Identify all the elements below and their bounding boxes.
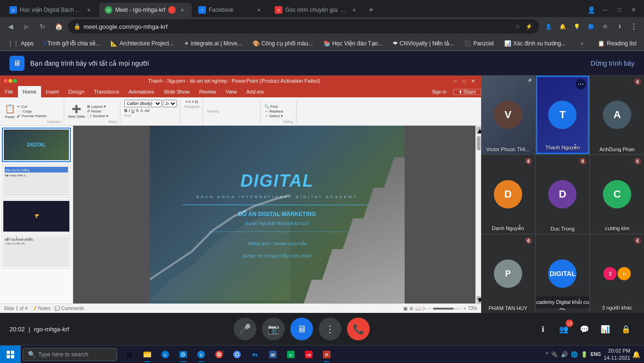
select-btn[interactable]: → Select ▾ [264,114,283,118]
scrollbar-thumb[interactable] [477,136,481,150]
pp-zoom-out[interactable]: − [428,306,431,311]
tab-4-close[interactable]: ✕ [350,6,358,14]
participants-button[interactable]: 👥 13 [555,320,572,337]
bookmark-trinh[interactable]: f Trình gở lỗi chia sẻ... [40,39,104,48]
taskbar-app-word[interactable]: W [264,346,281,363]
pp-tab-transitions[interactable]: Transitions [89,86,124,97]
underline-btn[interactable]: U [131,108,135,113]
pp-tab-animations[interactable]: Animations [124,86,159,97]
pp-close[interactable]: ✕ [469,78,477,84]
security-button[interactable]: 🔒 [618,320,635,337]
tab-1-close[interactable]: ✕ [85,6,93,14]
paste-btn[interactable]: 📋 Paste [5,104,15,119]
pp-tab-slideshow[interactable]: Slide Show [159,86,195,97]
info-button[interactable]: ℹ [534,320,551,337]
extension-1[interactable]: 🔔 [556,20,569,33]
chat-button[interactable]: 💬 [576,320,593,337]
align-left-btn[interactable]: ≡ [186,100,188,104]
forward-button[interactable]: ▶ [20,20,33,33]
bookmark-panzoid[interactable]: ⬛ Panzoid [460,39,497,48]
taskbar-app-outlook[interactable]: O [175,346,192,363]
taskview-button[interactable]: ⊞ [121,346,138,363]
bookmark-icon[interactable]: ☆ [513,22,522,31]
reload-button[interactable]: ↻ [36,20,49,33]
pp-minimize[interactable]: ─ [451,78,459,84]
format-btn[interactable]: 🖌 Format Painter [17,114,47,118]
pp-scrollbar-v[interactable]: ▲ ▼ [475,126,481,303]
bookmark-xac-dinh[interactable]: 📊 Xác định xu hướng... [500,39,569,48]
font-size-select[interactable]: 24 [163,100,177,107]
downloads-button[interactable]: ⬇ [613,20,626,33]
new-tab-button[interactable]: + [364,3,378,17]
participant-tile-pham[interactable]: P 🔇 PHAM TAN HUY [481,234,535,313]
pp-signin[interactable]: Sign in [427,89,451,95]
pp-comments-btn[interactable]: 💬 Comments [54,306,84,311]
taskbar-app-ps[interactable]: Ps [246,346,263,363]
profile-button[interactable]: 👤 [542,20,555,33]
pp-share[interactable]: ⬆ Share [453,89,481,95]
participant-tile-danh[interactable]: D 🔇 Danh Nguyễn [481,155,535,233]
time-block[interactable]: 20:02 PM 14-11-2021 [604,347,630,361]
pp-normal-view[interactable]: ▣ [403,306,407,311]
address-box[interactable]: 🔒 meet.google.com/rgo-mhga-krf ☆ ⚡ [68,19,539,34]
taskbar-app-powerpoint[interactable]: P [318,346,335,363]
lang-indicator[interactable]: ENG [590,351,602,358]
scrollbar-up[interactable]: ▲ [476,127,481,134]
tab-2[interactable]: M Meet - rgo-mhga-krf ✕ [99,3,192,17]
extension-2[interactable]: 💡 [570,20,584,33]
bookmarks-more[interactable]: » [577,39,586,48]
notification-button[interactable]: 🔔 [632,351,640,358]
bookmark-apps[interactable]: ⋮⋮ Apps [4,39,37,48]
align-center-btn[interactable]: ≡ [189,100,191,104]
char-spacing-btn[interactable]: AV [144,108,150,113]
activities-button[interactable]: 📊 [597,320,614,337]
screen-share-button[interactable]: 🖥 [290,318,313,340]
pp-restore[interactable]: □ [460,78,468,84]
tab-4[interactable]: G Góc nhìn chuyên gia: Dòng tiền c... ✕ [269,3,364,17]
taskbar-app-teams[interactable]: CR [300,346,317,363]
tray-icon-2[interactable]: 🔊 [560,350,569,359]
replace-btn[interactable]: ↔ Replace [264,109,283,113]
extension-3[interactable]: 🔵 [585,20,598,33]
taskbar-app-chrome[interactable] [229,346,246,363]
participant-tile-thanh[interactable]: T ⋯ Thanh Nguyễn [536,76,590,154]
home-button[interactable]: 🏠 [52,20,65,33]
network-icon[interactable]: 🌐 [570,350,579,359]
strikethrough-btn[interactable]: S [136,108,139,113]
italic-btn[interactable]: I [129,108,130,113]
taskbar-app-2[interactable]: E [157,346,174,363]
taskbar-app-edge[interactable]: e [193,346,210,363]
bookmark-cong-cu[interactable]: 🎨 Công cụ phối màu... [249,39,317,48]
section-btn[interactable]: 📑 Section ▾ [87,114,108,118]
more-options-button[interactable]: ⋮ [319,318,341,340]
slide-thumb-3[interactable]: 🏆 [2,199,71,233]
reading-list-button[interactable]: 📋 Reading list [594,39,640,48]
stop-presenting-button[interactable]: Dừng trình bày [591,60,635,67]
taskbar-search-box[interactable]: 🔍 Type here to search [23,348,117,361]
thanh-more-btn[interactable]: ⋯ [576,79,586,89]
participant-tile-anhdung[interactable]: A 🔇 AnhDung Phan [590,76,644,154]
participant-tile-cuong[interactable]: C 🔇 cương kim [590,155,644,233]
mic-button[interactable]: 🎤 [234,318,256,340]
pp-zoom-in[interactable]: + [463,306,466,311]
layout-btn[interactable]: ⊞ Layout ▾ [87,104,108,109]
profile-icon[interactable]: 👤 [585,3,598,17]
pp-tab-home[interactable]: Home [18,86,41,97]
pp-tab-design[interactable]: Design [64,86,89,97]
bookmark-hoc-vien[interactable]: 📚 Học Viện đào Tạo... [320,39,387,48]
slide-thumb-1[interactable]: DIGITAL [2,128,71,162]
find-btn[interactable]: 🔍 Find [264,104,283,109]
start-button[interactable] [0,346,21,363]
pp-tab-review[interactable]: Review [195,86,221,97]
close-button[interactable]: ✕ [627,3,640,17]
pp-tab-addins[interactable]: Add-ins [241,86,268,97]
minimize-button[interactable]: ─ [599,3,612,17]
slide-thumb-4[interactable]: KẾT QUẢ ĐẠT ĐƯỢC • Nội dung kết quả... [2,235,71,268]
extension-4[interactable]: ⚙ [599,20,612,33]
pp-notes-btn[interactable]: 📝 Notes [31,306,51,311]
maximize-button[interactable]: □ [613,3,626,17]
share-icon[interactable]: ⚡ [524,22,534,31]
tab-3[interactable]: f Facebook ✕ [193,3,268,17]
cam-button[interactable]: 📷 [262,318,285,340]
system-tray-expand[interactable]: ^ [546,352,548,357]
